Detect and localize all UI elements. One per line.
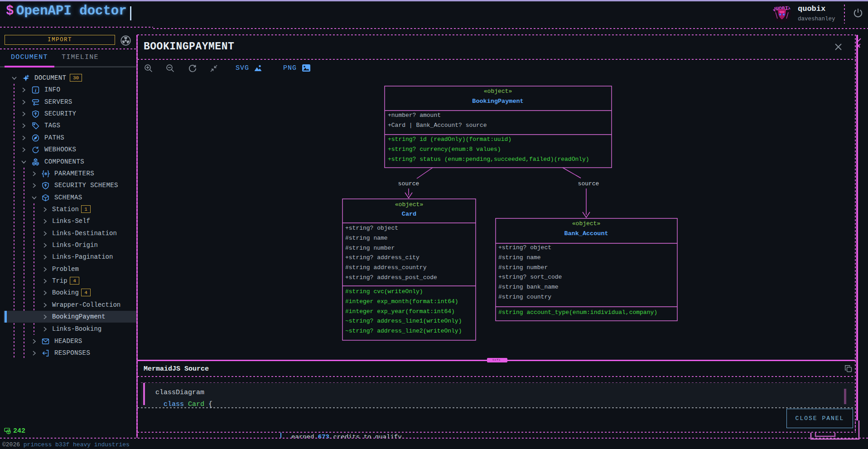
svg-text:«object»: «object» xyxy=(572,220,600,227)
svg-text:+string? sort_code: +string? sort_code xyxy=(498,274,562,280)
svg-text:#string name: #string name xyxy=(345,235,388,241)
svg-text:~string? address_line1(writeOn: ~string? address_line1(writeOnly) xyxy=(345,318,462,324)
svg-text:#string address_country: #string address_country xyxy=(345,264,427,271)
svg-text:+string? object: +string? object xyxy=(345,225,398,232)
svg-text:#string country: #string country xyxy=(498,294,551,300)
svg-text:#string number: #string number xyxy=(498,264,548,271)
svg-text:#string account_type(enum:indi: #string account_type(enum:individual,com… xyxy=(498,309,657,316)
svg-text:+string? object: +string? object xyxy=(498,244,551,251)
svg-text:BookingPayment: BookingPayment xyxy=(472,98,523,105)
svg-text:+Card | Bank_Account? source: +Card | Bank_Account? source xyxy=(388,122,487,129)
svg-text:+string? address_post_code: +string? address_post_code xyxy=(345,274,437,281)
svg-text:Bank_Account: Bank_Account xyxy=(564,230,608,237)
svg-text:«object»: «object» xyxy=(484,88,512,95)
svg-text:+string? id (readOnly)(format:: +string? id (readOnly)(format:uuid) xyxy=(388,136,511,143)
svg-text:#integer exp_year(format:int64: #integer exp_year(format:int64) xyxy=(345,308,455,315)
svg-text:#integer exp_month(format:int6: #integer exp_month(format:int64) xyxy=(345,298,458,305)
svg-text:«object»: «object» xyxy=(395,201,423,208)
svg-text:+string? status (enum:pending,: +string? status (enum:pending,succeeded,… xyxy=(388,156,589,163)
svg-text:Card: Card xyxy=(402,211,416,217)
svg-text:source: source xyxy=(398,180,420,187)
svg-text:#string bank_name: #string bank_name xyxy=(498,284,559,290)
svg-text:#string number: #string number xyxy=(345,245,395,251)
svg-text:#string name: #string name xyxy=(498,254,541,261)
svg-text:+string? currency(enum:8 value: +string? currency(enum:8 values) xyxy=(388,146,501,153)
svg-text:+number? amount: +number? amount xyxy=(388,112,441,119)
svg-text:source: source xyxy=(578,180,599,187)
svg-text:~string? address_line2(writeOn: ~string? address_line2(writeOnly) xyxy=(345,328,462,334)
svg-text:#string cvc(writeOnly): #string cvc(writeOnly) xyxy=(345,288,423,295)
svg-text:+string? address_city: +string? address_city xyxy=(345,254,420,261)
